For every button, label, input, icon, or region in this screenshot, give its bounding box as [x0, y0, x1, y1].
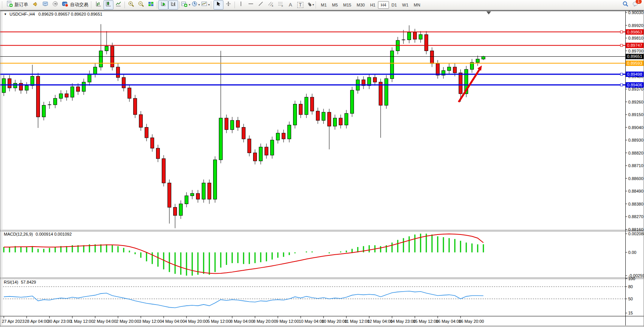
macd-indicator-values: 0.000914 0.001092: [35, 232, 72, 236]
channel-button[interactable]: E: [266, 0, 276, 10]
crosshair-icon: [225, 1, 232, 9]
price-badge-text: 0.89651: [627, 54, 642, 59]
new-order-icon: [6, 1, 13, 9]
rsi-axis-label: 100: [628, 276, 635, 281]
text-button[interactable]: A: [285, 0, 295, 10]
macd-panel-label: MACD(12,26,9) 0.000914 0.001092: [4, 232, 72, 236]
periods-icon: [191, 1, 198, 9]
indicators-icon: [181, 1, 188, 9]
vertical-line-button[interactable]: [236, 0, 246, 10]
autotrade-icon: [62, 1, 69, 9]
vertical-line-icon: [238, 1, 244, 9]
zoom-in-button[interactable]: [126, 0, 136, 10]
indicators-button[interactable]: ▾: [181, 0, 191, 10]
chart-canvas[interactable]: 0.900300.899200.898100.897000.895900.894…: [0, 10, 644, 327]
signal-button[interactable]: [50, 0, 60, 10]
toolbar-grip: [2, 2, 3, 8]
templates-button[interactable]: ▾: [201, 0, 210, 10]
macd-axis-label: 0.002088: [628, 231, 644, 236]
zoom-out-icon: [138, 1, 144, 9]
chart-menu-arrow-icon[interactable]: ▼: [4, 13, 7, 16]
price-axis-label: 0.89700: [628, 49, 644, 53]
notifications-button[interactable]: 1: [630, 0, 640, 10]
tab-timeframe-m5[interactable]: M5: [329, 1, 340, 9]
price-axis-label: 0.88490: [628, 189, 644, 193]
date-axis-label: 16 May 04:00: [436, 319, 461, 324]
price-axis-label: 0.90030: [628, 10, 644, 15]
new-order-button[interactable]: [5, 0, 14, 10]
horizontal-line-button[interactable]: [246, 0, 256, 10]
macd-indicator-name: MACD(12,26,9): [4, 232, 33, 236]
price-axis-label: 0.88270: [628, 214, 644, 219]
price-badge-text: 0.89863: [627, 30, 642, 34]
trendline-button[interactable]: [256, 0, 266, 10]
separator: [179, 2, 180, 8]
price-axis-label: 0.89040: [628, 125, 644, 130]
line-chart-button[interactable]: [113, 0, 123, 10]
auto-scroll-icon: [160, 1, 167, 9]
price-badge-text: 0.89747: [627, 43, 642, 48]
separator: [157, 2, 157, 8]
date-axis-label: 10 May 04:00: [299, 319, 324, 324]
price-axis-label: 0.89150: [628, 112, 644, 117]
crosshair-button[interactable]: [223, 0, 233, 10]
market-watch-button[interactable]: [40, 0, 50, 10]
periods-button[interactable]: ▾: [191, 0, 201, 10]
text-label-button[interactable]: T: [295, 0, 305, 10]
cursor-icon: [215, 1, 222, 9]
rsi-axis-label: 80: [628, 284, 633, 289]
line-chart-icon: [115, 1, 122, 9]
toolbar: 新订单 自动交易: [0, 0, 644, 10]
chevron-down-icon: ▾: [198, 3, 200, 6]
line-handle[interactable]: [620, 84, 623, 86]
arrows-button[interactable]: ▾: [305, 0, 315, 10]
bar-chart-button[interactable]: [94, 0, 104, 10]
svg-text:E: E: [272, 5, 273, 7]
channel-icon: E: [268, 1, 274, 9]
chart-title: ▼ USDCHF-,H4 0.89629 0.89657 0.89620 0.8…: [4, 12, 102, 16]
rsi-indicator-value: 57.8429: [21, 280, 36, 284]
tile-windows-button[interactable]: [146, 0, 156, 10]
date-axis-label: 16 May 20:00: [459, 319, 484, 324]
candlestick-chart-button[interactable]: [104, 0, 113, 10]
date-axis-label: 10 May 20:00: [322, 319, 347, 324]
rsi-indicator-name: RSI(14): [4, 280, 18, 284]
fibonacci-button[interactable]: F: [276, 0, 285, 10]
fibonacci-icon: F: [277, 1, 284, 9]
date-axis-label: 15 May 12:00: [413, 319, 438, 324]
date-axis-label: 8 May 04:00: [230, 319, 253, 324]
tab-timeframe-w1[interactable]: W1: [400, 1, 411, 9]
rsi-axis-label: 15: [628, 311, 633, 315]
tab-timeframe-m15[interactable]: M15: [341, 1, 354, 9]
tab-timeframe-h1[interactable]: H1: [367, 1, 378, 9]
autotrade-label[interactable]: 自动交易: [70, 2, 88, 8]
date-axis-label: 3 May 12:00: [139, 319, 162, 324]
search-button[interactable]: [620, 0, 630, 10]
tab-timeframe-mn[interactable]: MN: [411, 1, 423, 9]
tab-timeframe-h4[interactable]: H4: [378, 1, 389, 9]
tab-timeframe-d1[interactable]: D1: [389, 1, 400, 9]
signal-icon: [52, 1, 59, 9]
date-axis-label: 11 May 12:00: [344, 319, 370, 324]
price-badge-text: 0.89498: [627, 72, 642, 77]
price-badge-text: 0.89593: [627, 61, 642, 65]
autotrade-button[interactable]: [60, 0, 70, 10]
line-handle[interactable]: [620, 31, 623, 33]
group-grip: [91, 2, 92, 8]
announcement-button[interactable]: [30, 0, 40, 10]
tab-timeframe-m30[interactable]: M30: [354, 1, 367, 9]
auto-scroll-button[interactable]: [158, 0, 168, 10]
date-axis-label: 30 Apr 23:00: [48, 319, 71, 324]
price-axis-label: 0.89260: [628, 100, 644, 104]
date-axis-label: 2 May 20:00: [116, 319, 139, 324]
new-order-label[interactable]: 新订单: [14, 2, 28, 8]
cursor-button[interactable]: [214, 0, 223, 10]
line-handle[interactable]: [620, 44, 623, 46]
date-axis-label: 28 Apr 04:00: [25, 319, 48, 324]
tab-timeframe-m1[interactable]: M1: [318, 1, 329, 9]
zoom-out-button[interactable]: [136, 0, 146, 10]
chart-shift-button[interactable]: [168, 0, 178, 10]
line-handle[interactable]: [620, 73, 623, 75]
separator: [124, 2, 125, 8]
search-icon: [622, 1, 629, 9]
